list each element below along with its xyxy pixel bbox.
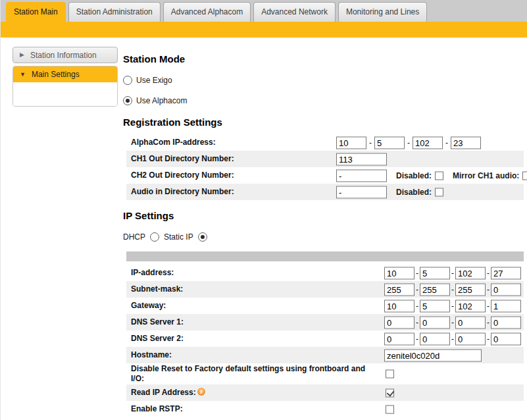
octet-separator: -	[487, 285, 489, 294]
table-row-dns2: DNS Server 2: - - -	[126, 330, 524, 347]
subnet-mask-octet-4[interactable]	[491, 283, 521, 296]
use-exigo-option: Use Exigo	[123, 74, 527, 86]
sidebar-item-station-information[interactable]: ▶ Station Information	[13, 47, 118, 63]
dhcp-radio[interactable]	[150, 232, 159, 242]
gateway-octet-4[interactable]	[491, 300, 521, 312]
audio-in-label: Audio in Directory Number:	[126, 187, 234, 197]
read-ip-checkbox[interactable]	[386, 388, 394, 397]
table-row-alphacom-ip: AlphaCom IP-address: - - -	[126, 134, 524, 151]
use-alphacom-label: Use Alphacom	[136, 96, 187, 105]
enable-rstp-fields	[386, 405, 394, 413]
sidebar-item-label: Station Information	[30, 51, 97, 60]
subnet-mask-fields: - - -	[384, 283, 521, 296]
dns1-octet-2[interactable]	[420, 316, 450, 328]
octet-separator: -	[416, 269, 418, 278]
octet-separator: -	[416, 302, 418, 311]
ch2-out-input[interactable]	[336, 169, 387, 182]
mirror-ch1-audio-checkbox[interactable]	[522, 171, 527, 180]
alphacom-ip-octet-4[interactable]	[451, 136, 481, 149]
dns1-octet-1[interactable]	[384, 316, 414, 328]
ip-address-octet-2[interactable]	[420, 267, 450, 279]
ip-address-octet-4[interactable]	[491, 267, 521, 279]
dns1-label: DNS Server 1:	[126, 317, 184, 327]
octet-separator: -	[416, 334, 418, 344]
disable-reset-fields	[386, 370, 394, 379]
sidebar-item-main-settings[interactable]: ▼ Main Settings	[13, 66, 117, 82]
table-row-gateway: Gateway: - - -	[126, 298, 524, 314]
octet-separator: -	[451, 318, 454, 327]
table-row-disable-reset: Disable Reset to Factory default setting…	[126, 363, 524, 384]
octet-separator: -	[416, 285, 418, 294]
dns1-octet-4[interactable]	[491, 316, 521, 328]
subnet-mask-octet-1[interactable]	[384, 283, 414, 296]
registration-settings-heading: Registration Settings	[123, 117, 527, 128]
dns2-octet-3[interactable]	[455, 332, 486, 345]
octet-separator: -	[487, 318, 489, 327]
registration-table: AlphaCom IP-address: - - - CH1 Out Direc…	[126, 134, 524, 200]
octet-separator: -	[407, 138, 410, 147]
static-ip-label: Static IP	[164, 232, 193, 242]
disable-reset-checkbox[interactable]	[386, 370, 394, 379]
table-row-hostname: Hostname:	[126, 347, 524, 363]
use-exigo-radio[interactable]	[123, 76, 132, 85]
dns1-octet-3[interactable]	[455, 316, 486, 328]
tab-station-main[interactable]: Station Main	[6, 2, 66, 22]
use-alphacom-radio[interactable]	[123, 96, 132, 105]
octet-separator: -	[487, 334, 489, 344]
hostname-input[interactable]	[384, 349, 482, 361]
audio-in-input[interactable]	[336, 186, 387, 198]
ch2-out-label: CH2 Out Directory Number:	[126, 171, 234, 180]
gateway-octet-1[interactable]	[384, 300, 414, 312]
ch2-disabled-checkbox[interactable]	[435, 171, 443, 180]
tab-monitoring-and-lines[interactable]: Monitoring and Lines	[338, 2, 427, 22]
table-row-audio-in: Audio in Directory Number: Disabled:	[126, 184, 524, 200]
gateway-octet-2[interactable]	[420, 300, 450, 312]
subnet-mask-octet-3[interactable]	[455, 283, 486, 296]
octet-separator: -	[451, 334, 454, 344]
subnet-mask-octet-2[interactable]	[420, 283, 450, 296]
tab-station-administration[interactable]: Station Administration	[68, 2, 161, 22]
octet-separator: -	[487, 302, 489, 311]
audio-in-disabled-checkbox[interactable]	[435, 188, 443, 196]
use-exigo-label: Use Exigo	[136, 76, 172, 85]
ip-settings-heading: IP Settings	[123, 211, 527, 221]
dns2-fields: - - -	[384, 332, 521, 345]
static-ip-radio[interactable]	[198, 232, 207, 242]
table-row-ip-address: IP-address: - - -	[126, 265, 524, 281]
gateway-octet-3[interactable]	[455, 300, 486, 312]
page-content: ▶ Station Information ▼ Main Settings St…	[1, 38, 527, 420]
gateway-label: Gateway:	[126, 301, 166, 311]
tab-advanced-alphacom[interactable]: Advanced Alphacom	[163, 2, 251, 22]
dns2-label: DNS Server 2:	[126, 334, 184, 344]
enable-rstp-checkbox[interactable]	[386, 405, 394, 413]
use-alphacom-option: Use Alphacom	[123, 95, 527, 107]
read-ip-label-text: Read IP Address:	[131, 388, 196, 397]
info-icon[interactable]: i	[197, 388, 205, 396]
tab-advanced-network[interactable]: Advanced Network	[253, 2, 336, 22]
ip-table-header-bar	[126, 251, 524, 261]
dns2-octet-1[interactable]	[384, 332, 414, 345]
disable-reset-label: Disable Reset to Factory default setting…	[126, 364, 370, 384]
table-row-read-ip: Read IP Address:i	[126, 384, 524, 401]
ch1-out-label: CH1 Out Directory Number:	[126, 154, 234, 164]
octet-separator: -	[451, 269, 454, 278]
alphacom-ip-label: AlphaCom IP-address:	[126, 138, 216, 147]
table-row-ch2-out: CH2 Out Directory Number: Disabled: Mirr…	[126, 167, 524, 184]
dns2-octet-4[interactable]	[491, 332, 521, 345]
accent-bar	[1, 22, 527, 38]
dns2-octet-2[interactable]	[420, 332, 450, 345]
tab-bar: Station Main Station Administration Adva…	[1, 0, 527, 22]
chevron-right-icon: ▶	[20, 52, 24, 58]
alphacom-ip-octet-1[interactable]	[336, 136, 366, 149]
hostname-fields	[384, 349, 482, 361]
enable-rstp-label: Enable RSTP:	[126, 404, 183, 414]
table-row-subnet-mask: Subnet-mask: - - -	[126, 281, 524, 298]
alphacom-ip-octet-3[interactable]	[413, 136, 443, 149]
octet-separator: -	[451, 285, 454, 294]
station-mode-heading: Station Mode	[123, 54, 527, 65]
ch1-out-input[interactable]	[336, 153, 387, 165]
ip-address-octet-3[interactable]	[455, 267, 486, 279]
alphacom-ip-octet-2[interactable]	[374, 136, 405, 149]
chevron-down-icon: ▼	[20, 72, 26, 78]
ip-address-octet-1[interactable]	[384, 267, 414, 279]
